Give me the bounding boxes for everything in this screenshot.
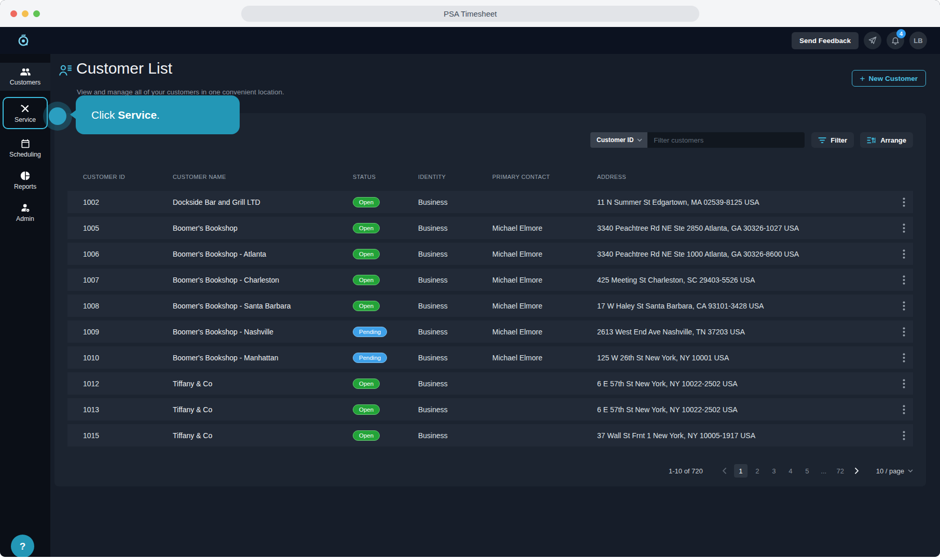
cell-customer-id: 1005 <box>83 224 173 232</box>
cell-customer-id: 1009 <box>83 328 173 336</box>
row-actions-button[interactable] <box>894 249 913 259</box>
cell-primary-contact: Michael Elmore <box>492 354 597 362</box>
pagination-range: 1-10 of 720 <box>669 467 703 475</box>
cell-customer-id: 1002 <box>83 198 173 206</box>
table-body: 1002 Dockside Bar and Grill LTD Open Bus… <box>67 191 913 450</box>
filter-field-select[interactable]: Customer ID <box>590 132 647 148</box>
share-button[interactable] <box>864 32 881 49</box>
page-button-2[interactable]: 2 <box>751 464 764 478</box>
chevron-down-icon <box>637 138 642 142</box>
help-button[interactable]: ? <box>11 535 34 557</box>
customer-list-card: Customer ID Filter Arrange <box>54 113 926 486</box>
page-subtitle: View and manage all of your customers in… <box>77 88 284 96</box>
filter-customers-input[interactable] <box>647 132 805 148</box>
kebab-menu-icon <box>903 275 905 285</box>
cell-identity: Business <box>418 405 492 414</box>
col-identity: IDENTITY <box>418 174 492 180</box>
coachmark-tooltip: Click Service. <box>76 95 240 134</box>
kebab-menu-icon <box>903 198 905 207</box>
table-row[interactable]: 1015 Tiffany & Co Open Business 37 Wall … <box>67 424 913 446</box>
col-primary-contact: PRIMARY CONTACT <box>492 174 597 180</box>
table-row[interactable]: 1006 Boomer's Bookshop - Atlanta Open Bu… <box>67 243 913 265</box>
sort-arrange-icon <box>867 136 876 144</box>
table-row[interactable]: 1012 Tiffany & Co Open Business 6 E 57th… <box>67 372 913 395</box>
cell-customer-name: Boomer's Bookshop - Atlanta <box>173 250 353 258</box>
cell-address: 6 E 57th St New York, NY 10022-2502 USA <box>597 380 894 388</box>
window-tab[interactable]: PSA Timesheet <box>241 6 699 22</box>
cell-address: 11 N Summer St Edgartown, MA 02539-8125 … <box>597 198 894 206</box>
minimize-window-button[interactable] <box>22 10 29 17</box>
page-button-4[interactable]: 4 <box>784 464 797 478</box>
page-size-select[interactable]: 10 / page <box>876 467 913 475</box>
table-row[interactable]: 1010 Boomer's Bookshop - Manhattan Pendi… <box>67 346 913 369</box>
new-customer-button[interactable]: + New Customer <box>852 70 926 87</box>
row-actions-button[interactable] <box>894 431 913 440</box>
page-ellipsis: ... <box>817 464 831 478</box>
send-feedback-button[interactable]: Send Feedback <box>792 32 859 49</box>
cell-status: Open <box>353 197 418 207</box>
zoom-window-button[interactable] <box>33 10 40 17</box>
filter-toolbar: Customer ID Filter Arrange <box>590 132 913 148</box>
sidebar-item-scheduling[interactable]: Scheduling <box>0 135 50 161</box>
cell-primary-contact: Michael Elmore <box>492 224 597 232</box>
row-actions-button[interactable] <box>894 301 913 311</box>
page-button-3[interactable]: 3 <box>767 464 781 478</box>
chevron-left-icon <box>722 468 726 474</box>
previous-page-button[interactable] <box>717 464 731 478</box>
cell-customer-name: Boomer's Bookshop - Manhattan <box>173 354 353 362</box>
cell-status: Open <box>353 404 418 415</box>
filter-field-value: Customer ID <box>597 136 633 144</box>
row-actions-button[interactable] <box>894 405 913 414</box>
sidebar-item-admin[interactable]: Admin <box>0 200 50 226</box>
status-badge: Open <box>353 249 380 259</box>
sidebar-item-customers[interactable]: Customers <box>0 63 50 91</box>
row-actions-button[interactable] <box>894 223 913 233</box>
row-actions-button[interactable] <box>894 353 913 362</box>
new-customer-label: New Customer <box>868 75 918 82</box>
cell-status: Open <box>353 223 418 233</box>
row-actions-button[interactable] <box>894 198 913 207</box>
filter-lines-icon <box>818 137 826 144</box>
cell-address: 2613 West End Ave Nashville, TN 37203 US… <box>597 328 894 336</box>
next-page-button[interactable] <box>850 464 864 478</box>
cell-primary-contact: Michael Elmore <box>492 328 597 336</box>
page-button-5[interactable]: 5 <box>800 464 814 478</box>
cell-identity: Business <box>418 328 492 336</box>
tooltip-arrow <box>70 110 76 119</box>
filter-button[interactable]: Filter <box>811 132 854 148</box>
coachmark-beacon[interactable] <box>49 107 66 125</box>
table-row[interactable]: 1009 Boomer's Bookshop - Nashville Pendi… <box>67 320 913 343</box>
sidebar-item-service[interactable]: Service <box>3 97 48 129</box>
titlebar: PSA Timesheet <box>0 0 940 27</box>
row-actions-button[interactable] <box>894 327 913 337</box>
close-window-button[interactable] <box>10 10 17 17</box>
arrange-button[interactable]: Arrange <box>860 132 913 148</box>
notifications-button[interactable]: 4 <box>887 32 904 49</box>
cell-status: Pending <box>353 353 418 363</box>
avatar-initials: LB <box>914 37 922 45</box>
table-row[interactable]: 1013 Tiffany & Co Open Business 6 E 57th… <box>67 398 913 421</box>
page-title: Customer List <box>76 60 172 77</box>
page-button-72[interactable]: 72 <box>834 464 847 478</box>
kebab-menu-icon <box>903 405 905 414</box>
sidebar-item-reports[interactable]: Reports <box>0 167 50 193</box>
cell-status: Open <box>353 379 418 389</box>
status-badge: Open <box>353 223 380 233</box>
table-row[interactable]: 1002 Dockside Bar and Grill LTD Open Bus… <box>67 191 913 213</box>
user-avatar[interactable]: LB <box>909 32 927 49</box>
table-row[interactable]: 1008 Boomer's Bookshop - Santa Barbara O… <box>67 295 913 317</box>
col-customer-name: CUSTOMER NAME <box>173 174 353 180</box>
cell-customer-name: Boomer's Bookshop - Santa Barbara <box>173 302 353 310</box>
cell-status: Open <box>353 301 418 311</box>
row-actions-button[interactable] <box>894 379 913 388</box>
cell-primary-contact: Michael Elmore <box>492 302 597 310</box>
cell-customer-name: Tiffany & Co <box>173 431 353 440</box>
status-badge: Open <box>353 379 380 389</box>
status-badge: Open <box>353 404 380 415</box>
row-actions-button[interactable] <box>894 275 913 285</box>
table-row[interactable]: 1005 Boomer's Bookshop Open Business Mic… <box>67 217 913 239</box>
table-row[interactable]: 1007 Boomer's Bookshop - Charleston Open… <box>67 269 913 291</box>
page-button-1[interactable]: 1 <box>734 464 748 478</box>
cell-customer-name: Boomer's Bookshop - Charleston <box>173 276 353 284</box>
status-badge: Pending <box>353 353 387 363</box>
